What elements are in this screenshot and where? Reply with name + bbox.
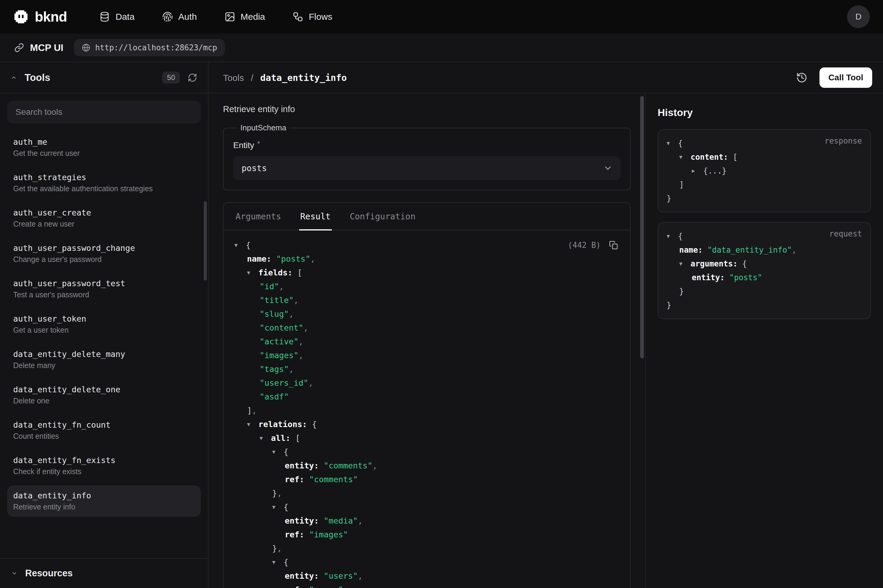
collapse-arrow-icon[interactable]: ▼: [272, 500, 283, 514]
json-line: "title",: [234, 293, 619, 307]
json-line: ref: "comments": [234, 472, 619, 486]
json-line: ]: [667, 178, 862, 192]
avatar[interactable]: D: [847, 5, 870, 28]
tool-item-data_entity_delete_many[interactable]: data_entity_delete_manyDelete many: [7, 344, 201, 375]
history-entry-type: response: [825, 136, 862, 146]
collapse-arrow-icon[interactable]: ▼: [247, 266, 258, 280]
json-token: ,: [298, 348, 303, 362]
json-token: "images": [259, 348, 298, 362]
app: bknd Data Auth Media: [0, 0, 883, 588]
layout: Tools 50 auth_meGet the current userauth…: [0, 62, 883, 588]
chevron-up-icon[interactable]: [10, 74, 18, 82]
tool-name: auth_user_create: [13, 208, 195, 217]
json-token: entity:: [285, 569, 319, 583]
tool-item-auth_user_create[interactable]: auth_user_createCreate a new user: [7, 202, 201, 234]
history-json-viewer: ▼{▼content: [▶{...}]}: [667, 136, 862, 205]
collapse-arrow-icon[interactable]: ▼: [667, 229, 678, 243]
tool-item-auth_user_password_test[interactable]: auth_user_password_testTest a user's pas…: [7, 273, 201, 304]
collapse-arrow-icon[interactable]: ▼: [234, 238, 246, 252]
tool-item-data_entity_fn_exists[interactable]: data_entity_fn_existsCheck if entity exi…: [7, 450, 201, 481]
nav-item-label: Media: [241, 12, 265, 22]
tabs: ArgumentsResultConfiguration: [223, 203, 630, 231]
collapse-arrow-icon[interactable]: ▼: [272, 445, 283, 459]
json-token: }: [272, 542, 277, 555]
json-token: ,: [309, 376, 313, 390]
mcp-url-pill[interactable]: http://localhost:28623/mcp: [74, 39, 225, 56]
sidebar-scrollbar[interactable]: [204, 201, 207, 280]
tool-name: data_entity_fn_count: [13, 420, 195, 429]
history-entry-response[interactable]: response▼{▼content: [▶{...}]}: [658, 129, 871, 213]
json-token: ]: [247, 404, 252, 417]
json-token: ,: [277, 542, 282, 555]
search-input[interactable]: [7, 101, 201, 123]
history-entry-type: request: [829, 229, 862, 238]
nav-item-data[interactable]: Data: [99, 11, 134, 22]
tool-description: Count entities: [13, 432, 195, 441]
json-token: {: [738, 257, 747, 271]
json-line: }: [667, 284, 862, 298]
scrollbar[interactable]: [640, 96, 644, 358]
json-token: [: [728, 150, 737, 164]
copy-icon[interactable]: [608, 240, 619, 251]
collapse-arrow-icon[interactable]: ▼: [667, 136, 678, 150]
collapse-arrow-icon[interactable]: ▼: [247, 417, 258, 431]
tool-item-data_entity_delete_one[interactable]: data_entity_delete_oneDelete one: [7, 380, 201, 411]
tool-description: Retrieve entity info: [223, 104, 631, 114]
tool-item-auth_user_token[interactable]: auth_user_tokenGet a user token: [7, 309, 201, 340]
tool-item-auth_user_password_change[interactable]: auth_user_password_changeChange a user's…: [7, 238, 201, 269]
json-token: entity:: [692, 271, 725, 284]
nav-item-flows[interactable]: Flows: [292, 11, 332, 22]
tab-arguments[interactable]: Arguments: [234, 203, 282, 230]
nav-item-media[interactable]: Media: [225, 11, 265, 22]
json-token: "images": [304, 528, 348, 542]
nav-item-auth[interactable]: Auth: [162, 11, 197, 22]
tool-description: Get the available authentication strateg…: [13, 184, 195, 193]
json-line: "slug",: [234, 307, 619, 321]
collapse-arrow-icon[interactable]: ▼: [679, 257, 691, 271]
tab-result[interactable]: Result: [299, 203, 332, 230]
resources-section-toggle[interactable]: Resources: [0, 558, 208, 588]
collapse-arrow-icon[interactable]: ▼: [272, 555, 283, 569]
json-line: ▼{: [234, 500, 619, 514]
json-token: ,: [289, 362, 294, 376]
json-token: ,: [358, 569, 363, 583]
tool-item-data_entity_fn_count[interactable]: data_entity_fn_countCount entities: [7, 415, 201, 446]
expand-arrow-icon[interactable]: ▶: [692, 164, 703, 178]
json-line: ▼{: [234, 555, 619, 569]
json-token: name:: [247, 252, 271, 266]
tool-item-auth_me[interactable]: auth_meGet the current user: [7, 132, 201, 163]
top-nav: bknd Data Auth Media: [0, 0, 883, 34]
json-line: ▼{: [234, 445, 619, 459]
breadcrumb-section[interactable]: Tools: [223, 73, 244, 83]
tools-list: auth_meGet the current userauth_strategi…: [0, 130, 208, 558]
image-icon: [225, 11, 235, 22]
json-token: ,: [358, 514, 363, 528]
result-json-viewer: ▼{(442 B)name: "posts",▼fields: ["id","t…: [223, 231, 630, 588]
tool-item-auth_strategies[interactable]: auth_strategiesGet the available authent…: [7, 167, 201, 198]
tools-section-title: Tools: [25, 72, 50, 83]
json-line: }: [667, 192, 862, 205]
json-token: }: [667, 298, 672, 312]
refresh-button[interactable]: [186, 72, 198, 84]
entity-select[interactable]: posts: [233, 156, 621, 180]
tool-item-data_entity_info[interactable]: data_entity_infoRetrieve entity info: [7, 486, 201, 517]
collapse-arrow-icon[interactable]: ▼: [679, 150, 691, 164]
tool-description: Check if entity exists: [13, 467, 195, 476]
tool-name: auth_me: [13, 137, 195, 147]
json-token: ref:: [285, 528, 304, 542]
json-token: fields:: [258, 266, 292, 280]
json-token: name:: [679, 243, 703, 257]
history-entry-request[interactable]: request▼{name: "data_entity_info",▼argum…: [658, 222, 871, 319]
tool-description: Get the current user: [13, 149, 195, 158]
json-line: "active",: [234, 335, 619, 348]
history-button[interactable]: [793, 68, 811, 87]
tool-name: auth_user_token: [13, 314, 195, 323]
collapse-arrow-icon[interactable]: ▼: [259, 431, 271, 445]
json-token: {: [678, 229, 683, 243]
call-tool-button[interactable]: Call Tool: [820, 68, 872, 88]
tab-configuration[interactable]: Configuration: [349, 203, 417, 230]
json-token: "posts": [271, 252, 310, 266]
json-token: {...}: [703, 164, 727, 178]
main-header: Tools / data_entity_info Call Tool: [208, 62, 883, 93]
bknd-logo[interactable]: bknd: [13, 9, 67, 25]
